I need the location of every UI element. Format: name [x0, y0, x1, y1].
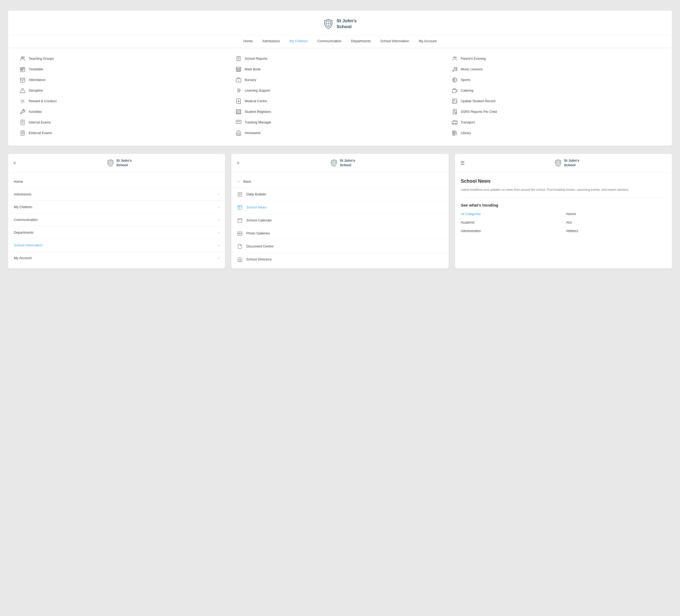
middle-panel-header: × St John's School [231, 154, 448, 173]
svg-rect-27 [236, 67, 241, 72]
back-arrow-icon: ← [237, 179, 240, 183]
trend-arts[interactable]: Arts [566, 219, 666, 226]
left-panel: × St John's School Home Admissions [8, 154, 225, 268]
panel-shield-icon [330, 159, 338, 167]
trend-athletics[interactable]: Athletics [566, 228, 666, 234]
dropdown-reward-conduct[interactable]: Reward & Conduct [19, 96, 229, 107]
dropdown-ssrs-reports[interactable]: SSRS Reports Per Child [451, 107, 661, 117]
dropdown-teaching-groups[interactable]: Teaching Groups [19, 53, 229, 64]
chevron-icon: › [218, 218, 219, 222]
dropdown-learning-support[interactable]: Learning Support [234, 85, 445, 96]
svg-point-57 [453, 100, 454, 101]
svg-rect-15 [21, 120, 24, 125]
trending-grid: All Categories Alumni Academic Arts Admi… [461, 211, 666, 234]
submenu-school-directory[interactable]: School Directory [231, 253, 448, 266]
nav-school-information[interactable]: School Information [380, 39, 409, 43]
dropdown-attendance[interactable]: Attendance [19, 75, 229, 85]
main-navigation: Home Admissions My Children Communicatio… [8, 35, 672, 48]
svg-line-43 [237, 122, 238, 122]
svg-line-51 [454, 68, 457, 69]
dropdown-timetable[interactable]: Timetable [19, 64, 229, 75]
dropdown-menu: Teaching Groups Timetable Attendance Dis… [8, 48, 672, 146]
dropdown-col-3: Parent's Evening Music Lessons Sports Ca… [448, 53, 664, 138]
mobile-nav-departments[interactable]: Departments › [8, 226, 225, 239]
trend-alumni[interactable]: Alumni [566, 211, 666, 217]
nav-home[interactable]: Home [244, 39, 253, 43]
mobile-nav-my-account[interactable]: My Account › [8, 252, 225, 264]
svg-rect-79 [238, 218, 242, 223]
bottom-panels: × St John's School Home Admissions [8, 154, 672, 268]
submenu-school-news[interactable]: School News [231, 201, 448, 214]
close-icon[interactable]: × [13, 160, 16, 166]
dropdown-mark-book[interactable]: Mark Book [234, 64, 445, 75]
left-panel-logo: St John's School [19, 158, 220, 168]
middle-panel-logo: St John's School [242, 158, 443, 168]
svg-point-2 [21, 57, 23, 58]
section-description: Latest headlines and updates on news fro… [461, 187, 666, 198]
submenu-school-calendar[interactable]: School Calendar [231, 214, 448, 227]
mobile-nav-communication[interactable]: Communication › [8, 213, 225, 226]
svg-point-62 [455, 113, 456, 114]
back-button[interactable]: ← Back [231, 175, 448, 188]
nav-admissions[interactable]: Admissions [262, 39, 280, 43]
dropdown-catering[interactable]: Catering [451, 85, 661, 96]
dropdown-col-1: Teaching Groups Timetable Attendance Dis… [16, 53, 232, 138]
nav-communication[interactable]: Communication [317, 39, 341, 43]
trend-academic[interactable]: Academic [461, 219, 561, 226]
dropdown-bursary[interactable]: Bursary [234, 75, 445, 85]
hamburger-icon[interactable]: ☰ [460, 160, 464, 166]
right-panel-header: ☰ St John's School [455, 154, 672, 173]
nav-my-children[interactable]: My Children [289, 39, 308, 43]
dropdown-activities[interactable]: Activities [19, 107, 229, 117]
mobile-nav-home[interactable]: Home [8, 175, 225, 188]
dropdown-library[interactable]: Library [451, 128, 661, 138]
submenu-photo-galleries[interactable]: Photo Galleries [231, 227, 448, 240]
chevron-icon: › [218, 205, 219, 209]
logo-shield-icon [323, 19, 333, 29]
dropdown-music-lessons[interactable]: Music Lessons [451, 64, 661, 75]
dropdown-parents-evening[interactable]: Parent's Evening [451, 53, 661, 64]
nav-my-account[interactable]: My Account [419, 39, 436, 43]
dropdown-update-student-record[interactable]: Update Student Record [451, 96, 661, 107]
mobile-nav-school-information[interactable]: School Information › [8, 239, 225, 252]
svg-rect-66 [452, 131, 453, 136]
dropdown-discipline[interactable]: Discipline [19, 85, 229, 96]
top-nav-card: St John's School Home Admissions My Chil… [8, 11, 672, 146]
submenu-document-centre[interactable]: Document Centre [231, 240, 448, 253]
dropdown-tracking-manager[interactable]: Tracking Manager [234, 117, 445, 128]
panel-logo-text: St John's School [340, 158, 355, 168]
svg-rect-9 [22, 69, 23, 70]
svg-rect-63 [452, 122, 457, 124]
dropdown-medical-centre[interactable]: Medical Centre [234, 96, 445, 107]
svg-point-14 [22, 100, 23, 102]
chevron-icon: › [218, 256, 219, 260]
nav-departments[interactable]: Departments [351, 39, 371, 43]
dropdown-col-2: School Reports Mark Book Bursary Learnin… [232, 53, 448, 138]
panel-logo-text: St John's School [116, 158, 132, 168]
panel-shield-icon [555, 159, 562, 167]
left-panel-header: × St John's School [8, 154, 225, 173]
mobile-nav-my-children[interactable]: My Children › [8, 201, 225, 213]
dropdown-transport[interactable]: Transport [451, 117, 661, 128]
trending-title: See what's trending [461, 203, 666, 207]
svg-rect-19 [21, 130, 24, 136]
submenu-daily-bulletin[interactable]: Daily Bulletin [231, 188, 448, 201]
mobile-nav-admissions[interactable]: Admissions › [8, 188, 225, 201]
dropdown-internal-exams[interactable]: Internal Exams [19, 117, 229, 128]
svg-point-48 [455, 57, 456, 58]
trend-all-categories[interactable]: All Categories [461, 211, 561, 217]
dropdown-school-reports[interactable]: School Reports [234, 53, 445, 64]
dropdown-external-exams[interactable]: External Exams [19, 128, 229, 138]
logo-area: St John's School [8, 11, 672, 35]
submenu-list: ← Back Daily Bulletin School News School… [231, 173, 448, 268]
svg-point-47 [453, 57, 455, 58]
svg-point-49 [452, 70, 454, 71]
trend-administration[interactable]: Administration [461, 228, 561, 234]
dropdown-sports[interactable]: Sports [451, 75, 661, 85]
dropdown-student-registers[interactable]: Student Registers [234, 107, 445, 117]
close-icon[interactable]: × [237, 160, 239, 166]
svg-point-34 [238, 89, 239, 91]
dropdown-homework[interactable]: Homework [234, 128, 445, 138]
svg-rect-10 [21, 78, 25, 83]
svg-point-3 [23, 57, 24, 58]
